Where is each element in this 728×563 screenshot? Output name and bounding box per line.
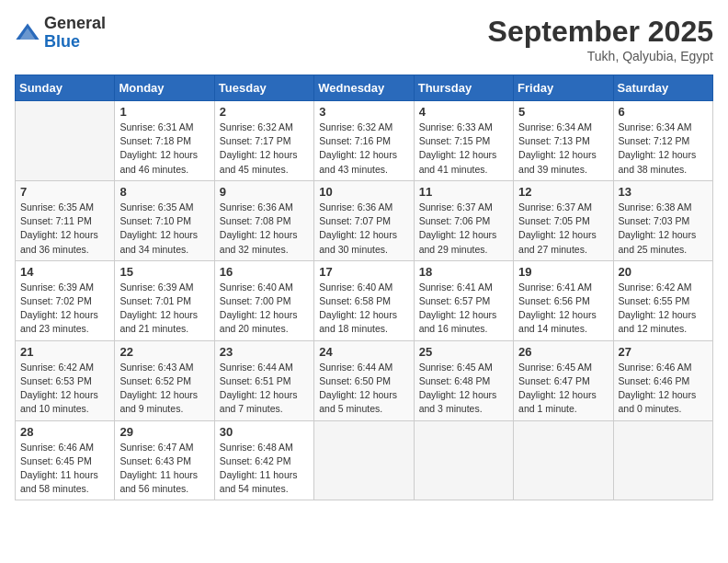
- day-info: Sunrise: 6:48 AMSunset: 6:42 PMDaylight:…: [220, 441, 309, 497]
- calendar-day-8: 8Sunrise: 6:35 AMSunset: 7:10 PMDaylight…: [115, 180, 214, 260]
- calendar-day-6: 6Sunrise: 6:34 AMSunset: 7:12 PMDaylight…: [613, 101, 712, 181]
- day-info-line: Sunset: 6:55 PM: [619, 295, 690, 306]
- logo-icon: [15, 20, 40, 46]
- day-header-thursday: Thursday: [414, 75, 513, 101]
- day-number: 20: [619, 265, 708, 279]
- day-number: 4: [419, 105, 508, 119]
- day-number: 26: [518, 345, 608, 359]
- day-info-line: Sunrise: 6:35 AM: [119, 201, 193, 213]
- day-info: Sunrise: 6:33 AMSunset: 7:15 PMDaylight:…: [419, 121, 508, 177]
- calendar-day-14: 14Sunrise: 6:39 AMSunset: 7:02 PMDayligh…: [16, 260, 115, 340]
- day-info: Sunrise: 6:32 AMSunset: 7:16 PMDaylight:…: [319, 121, 408, 177]
- day-info: Sunrise: 6:41 AMSunset: 6:57 PMDaylight:…: [419, 281, 508, 337]
- day-info: Sunrise: 6:32 AMSunset: 7:17 PMDaylight:…: [220, 121, 309, 177]
- day-info-line: Sunrise: 6:44 AM: [220, 362, 293, 373]
- day-info-line: Sunset: 7:12 PM: [619, 135, 690, 146]
- day-info: Sunrise: 6:41 AMSunset: 6:56 PMDaylight:…: [518, 281, 608, 337]
- day-info-line: Sunset: 7:02 PM: [20, 295, 92, 306]
- day-info-line: Sunset: 6:53 PM: [20, 375, 92, 386]
- day-info: Sunrise: 6:31 AMSunset: 7:18 PMDaylight:…: [119, 121, 209, 177]
- day-info: Sunrise: 6:38 AMSunset: 7:03 PMDaylight:…: [619, 201, 708, 257]
- day-header-tuesday: Tuesday: [214, 75, 313, 101]
- calendar-day-2: 2Sunrise: 6:32 AMSunset: 7:17 PMDaylight…: [214, 101, 313, 181]
- day-info-line: Sunset: 6:51 PM: [220, 375, 291, 386]
- day-info: Sunrise: 6:46 AMSunset: 6:45 PMDaylight:…: [20, 441, 109, 497]
- day-info-line: Daylight: 12 hours and 3 minutes.: [419, 389, 497, 414]
- calendar-table: SundayMondayTuesdayWednesdayThursdayFrid…: [15, 75, 713, 500]
- day-info-line: Daylight: 12 hours and 0 minutes.: [619, 389, 697, 414]
- day-info-line: Sunrise: 6:36 AM: [319, 201, 392, 213]
- day-number: 1: [119, 105, 209, 119]
- day-info-line: Daylight: 11 hours and 56 minutes.: [119, 469, 198, 494]
- day-info-line: Daylight: 12 hours and 29 minutes.: [419, 229, 497, 254]
- calendar-day-11: 11Sunrise: 6:37 AMSunset: 7:06 PMDayligh…: [414, 180, 513, 260]
- day-info-line: Daylight: 12 hours and 27 minutes.: [518, 229, 597, 254]
- day-info-line: Sunset: 6:52 PM: [119, 375, 191, 386]
- day-info-line: Sunrise: 6:35 AM: [20, 201, 94, 213]
- day-number: 5: [518, 105, 608, 119]
- day-info: Sunrise: 6:43 AMSunset: 6:52 PMDaylight:…: [119, 361, 209, 417]
- title-block: September 2025 Tukh, Qalyubia, Egypt: [488, 15, 713, 63]
- day-info-line: Sunrise: 6:40 AM: [220, 282, 293, 293]
- calendar-day-22: 22Sunrise: 6:43 AMSunset: 6:52 PMDayligh…: [115, 340, 214, 420]
- day-info-line: Sunset: 7:18 PM: [119, 135, 191, 146]
- day-info-line: Daylight: 12 hours and 21 minutes.: [119, 309, 198, 334]
- day-info-line: Daylight: 11 hours and 58 minutes.: [20, 469, 98, 494]
- day-info-line: Daylight: 12 hours and 5 minutes.: [319, 389, 397, 414]
- day-info-line: Sunset: 6:46 PM: [619, 375, 690, 386]
- day-info-line: Sunset: 6:58 PM: [319, 295, 391, 306]
- day-number: 24: [319, 345, 408, 359]
- calendar-week-row: 28Sunrise: 6:46 AMSunset: 6:45 PMDayligh…: [16, 420, 713, 500]
- day-info-line: Sunrise: 6:39 AM: [20, 282, 94, 293]
- day-info-line: Daylight: 12 hours and 30 minutes.: [319, 229, 397, 254]
- day-number: 28: [20, 425, 109, 439]
- day-number: 21: [20, 345, 109, 359]
- day-info-line: Sunrise: 6:45 AM: [518, 362, 592, 373]
- day-info: Sunrise: 6:37 AMSunset: 7:05 PMDaylight:…: [518, 201, 608, 257]
- day-info: Sunrise: 6:47 AMSunset: 6:43 PMDaylight:…: [119, 441, 209, 497]
- day-info-line: Sunrise: 6:37 AM: [419, 201, 493, 213]
- calendar-day-3: 3Sunrise: 6:32 AMSunset: 7:16 PMDaylight…: [314, 101, 414, 181]
- day-info-line: Sunset: 7:10 PM: [119, 215, 191, 226]
- calendar-day-10: 10Sunrise: 6:36 AMSunset: 7:07 PMDayligh…: [314, 180, 414, 260]
- day-info: Sunrise: 6:35 AMSunset: 7:10 PMDaylight:…: [119, 201, 209, 257]
- empty-day: [613, 420, 712, 500]
- calendar-day-15: 15Sunrise: 6:39 AMSunset: 7:01 PMDayligh…: [115, 260, 214, 340]
- empty-day: [16, 101, 115, 181]
- day-info: Sunrise: 6:45 AMSunset: 6:47 PMDaylight:…: [518, 361, 608, 417]
- day-info-line: Sunrise: 6:44 AM: [319, 362, 392, 373]
- day-info: Sunrise: 6:45 AMSunset: 6:48 PMDaylight:…: [419, 361, 508, 417]
- day-number: 19: [518, 265, 608, 279]
- day-info-line: Daylight: 12 hours and 43 minutes.: [319, 149, 397, 174]
- calendar-week-row: 14Sunrise: 6:39 AMSunset: 7:02 PMDayligh…: [16, 260, 713, 340]
- location-text: Tukh, Qalyubia, Egypt: [488, 49, 713, 63]
- day-info-line: Sunrise: 6:41 AM: [518, 282, 592, 293]
- day-info-line: Sunset: 6:48 PM: [419, 375, 491, 386]
- day-info-line: Sunset: 6:45 PM: [20, 455, 92, 466]
- calendar-day-24: 24Sunrise: 6:44 AMSunset: 6:50 PMDayligh…: [314, 340, 414, 420]
- day-info-line: Sunrise: 6:43 AM: [119, 362, 193, 373]
- day-info-line: Daylight: 12 hours and 1 minute.: [518, 389, 597, 414]
- day-info-line: Daylight: 12 hours and 38 minutes.: [619, 149, 697, 174]
- calendar-day-17: 17Sunrise: 6:40 AMSunset: 6:58 PMDayligh…: [314, 260, 414, 340]
- day-info-line: Daylight: 11 hours and 54 minutes.: [220, 469, 298, 494]
- day-number: 17: [319, 265, 408, 279]
- day-info-line: Sunrise: 6:41 AM: [419, 282, 493, 293]
- calendar-day-7: 7Sunrise: 6:35 AMSunset: 7:11 PMDaylight…: [16, 180, 115, 260]
- day-info-line: Sunset: 7:16 PM: [319, 135, 391, 146]
- day-info-line: Daylight: 12 hours and 23 minutes.: [20, 309, 98, 334]
- day-info-line: Daylight: 12 hours and 10 minutes.: [20, 389, 98, 414]
- calendar-day-5: 5Sunrise: 6:34 AMSunset: 7:13 PMDaylight…: [514, 101, 613, 181]
- day-info-line: Sunrise: 6:31 AM: [119, 121, 193, 132]
- day-number: 10: [319, 185, 408, 199]
- calendar-day-9: 9Sunrise: 6:36 AMSunset: 7:08 PMDaylight…: [214, 180, 313, 260]
- day-info-line: Daylight: 12 hours and 7 minutes.: [220, 389, 298, 414]
- day-info-line: Sunrise: 6:46 AM: [619, 362, 692, 373]
- day-info: Sunrise: 6:40 AMSunset: 6:58 PMDaylight:…: [319, 281, 408, 337]
- day-info-line: Sunset: 7:01 PM: [119, 295, 191, 306]
- day-info-line: Daylight: 12 hours and 25 minutes.: [619, 229, 697, 254]
- logo-general-text: General Blue: [44, 15, 106, 52]
- day-info-line: Sunset: 7:13 PM: [518, 135, 590, 146]
- day-info-line: Sunrise: 6:48 AM: [220, 442, 293, 453]
- day-info-line: Sunrise: 6:46 AM: [20, 442, 94, 453]
